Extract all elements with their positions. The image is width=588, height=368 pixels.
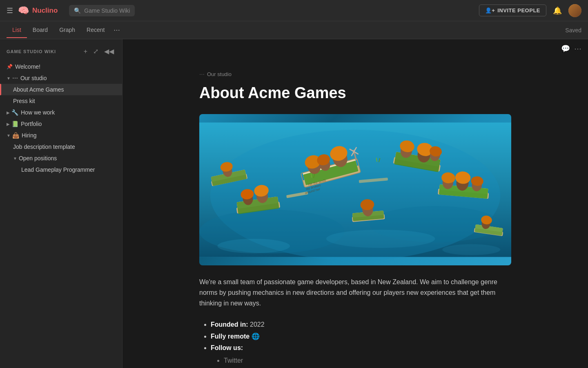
avatar-image: [568, 4, 581, 17]
sidebar-item-job-template[interactable]: Job description template: [0, 141, 122, 153]
expand-arrow-icon: ▼: [7, 76, 11, 81]
invite-label: INVITE PEOPLE: [497, 7, 540, 13]
expand-arrow-icon: ▼: [7, 133, 11, 138]
sidebar-collapse-button[interactable]: ◀◀: [102, 47, 116, 56]
content-list: Founded in: 2022 Fully remote 🌐 Follow u…: [199, 319, 511, 368]
content-top-actions: 💬 ⋯: [122, 39, 588, 58]
content-area: 💬 ⋯ ⋯ Our studio About Acme Games: [122, 39, 588, 368]
how-we-work-icon: 🔧: [11, 109, 18, 116]
avatar[interactable]: [568, 4, 581, 17]
tab-recent[interactable]: Recent: [81, 22, 110, 38]
follow-label: Follow us:: [211, 344, 243, 351]
expand-arrow-icon: ▼: [13, 156, 17, 161]
sidebar-item-label: Portfolio: [21, 121, 112, 127]
tabbar: List Board Graph Recent ⋯ Saved: [0, 21, 588, 39]
body-text: We're a small team of passionate game de…: [199, 277, 511, 309]
svg-point-69: [217, 239, 290, 254]
remote-icon: 🌐: [252, 333, 260, 340]
invite-people-button[interactable]: 👤+ INVITE PEOPLE: [479, 4, 546, 16]
sidebar-item-label: Press kit: [13, 98, 116, 104]
search-bar[interactable]: 🔍 Game Studio Wiki: [69, 5, 135, 16]
list-item-founded: Founded in: 2022: [211, 319, 511, 331]
notifications-icon[interactable]: 🔔: [553, 6, 562, 15]
breadcrumb-dots: ⋯: [199, 71, 205, 77]
expand-arrow-icon: ▶: [7, 110, 10, 115]
our-studio-icon: ⋯: [12, 75, 18, 81]
sidebar-item-about-acme[interactable]: About Acme Games: [0, 84, 122, 95]
topbar-left: ☰ 🧠 Nuclino 🔍 Game Studio Wiki: [7, 5, 135, 16]
sidebar-item-lead-programmer[interactable]: Lead Gameplay Programmer: [0, 164, 122, 175]
sidebar-item-label: Hiring: [22, 132, 112, 139]
more-options-button[interactable]: ⋯: [574, 44, 581, 53]
follow-sub-list: Twitter Discord: [211, 355, 511, 368]
topbar-right: 👤+ INVITE PEOPLE 🔔: [479, 4, 581, 17]
saved-label: Saved: [565, 27, 581, 34]
content-wrapper: ⋯ Our studio About Acme Games: [180, 58, 531, 368]
sidebar-item-open-positions[interactable]: ▼ Open positions □: [0, 153, 122, 164]
tab-graph[interactable]: Graph: [53, 22, 81, 38]
sidebar-item-label: Open positions: [19, 155, 112, 162]
sidebar-item-label: Job description template: [13, 144, 116, 150]
svg-point-70: [326, 229, 435, 247]
comment-button[interactable]: 💬: [561, 44, 570, 53]
svg-point-71: [442, 244, 500, 255]
sidebar-actions: + ⤢ ◀◀: [82, 47, 116, 56]
sidebar-item-press-kit[interactable]: Press kit: [0, 95, 122, 107]
search-placeholder-text: Game Studio Wiki: [84, 7, 130, 14]
search-icon: 🔍: [74, 7, 81, 14]
hamburger-icon[interactable]: ☰: [7, 6, 13, 15]
logo-container[interactable]: 🧠 Nuclino: [18, 5, 58, 16]
portfolio-icon: 📗: [11, 121, 18, 127]
list-item-twitter: Twitter: [224, 355, 511, 367]
tab-board[interactable]: Board: [27, 22, 53, 38]
logo-text: Nuclino: [32, 7, 58, 15]
sidebar-item-how-we-work[interactable]: ▶ 🔧 How we work □: [0, 107, 122, 118]
sidebar-item-label: Lead Gameplay Programmer: [21, 166, 116, 173]
founded-label: Founded in:: [211, 321, 248, 328]
sidebar-item-portfolio[interactable]: ▶ 📗 Portfolio □: [0, 118, 122, 130]
remote-label: Fully remote: [211, 333, 249, 340]
sidebar-expand-button[interactable]: ⤢: [91, 47, 100, 56]
sidebar-add-button[interactable]: +: [82, 47, 89, 56]
founded-value: 2022: [250, 321, 265, 328]
sidebar-item-welcome[interactable]: 📌 Welcome!: [0, 61, 122, 72]
sidebar-item-our-studio[interactable]: ▼ ⋯ Our studio □: [0, 72, 122, 84]
page-title: About Acme Games: [199, 84, 511, 103]
sidebar-header: GAME STUDIO WIKI + ⤢ ◀◀: [0, 44, 122, 60]
invite-icon: 👤+: [485, 7, 495, 13]
twitter-link[interactable]: Twitter: [224, 357, 243, 364]
sidebar-item-label: About Acme Games: [13, 86, 116, 93]
breadcrumb-parent[interactable]: Our studio: [207, 71, 232, 77]
sidebar: GAME STUDIO WIKI + ⤢ ◀◀ 📌 Welcome! ▼ ⋯ O…: [0, 39, 122, 368]
list-item-remote: Fully remote 🌐: [211, 331, 511, 343]
sidebar-item-label: How we work: [21, 109, 112, 116]
sidebar-item-hiring[interactable]: ▼ 👜 Hiring □: [0, 130, 122, 141]
tab-more-icon[interactable]: ⋯: [110, 22, 123, 38]
sidebar-item-label: Welcome!: [15, 63, 116, 70]
pin-icon: 📌: [7, 64, 13, 70]
sidebar-workspace-title: GAME STUDIO WIKI: [7, 49, 56, 54]
hero-image: Yet the lands lay broken around her: [199, 114, 511, 265]
breadcrumb: ⋯ Our studio: [199, 71, 511, 77]
tab-list[interactable]: List: [7, 22, 27, 38]
list-item-follow: Follow us: Twitter Discord: [211, 342, 511, 368]
topbar: ☰ 🧠 Nuclino 🔍 Game Studio Wiki 👤+ INVITE…: [0, 0, 588, 21]
expand-arrow-icon: ▶: [7, 122, 10, 126]
main-area: GAME STUDIO WIKI + ⤢ ◀◀ 📌 Welcome! ▼ ⋯ O…: [0, 39, 588, 368]
hiring-icon: 👜: [12, 132, 19, 139]
logo-brain-icon: 🧠: [18, 5, 29, 16]
sidebar-item-label: Our studio: [20, 75, 112, 81]
